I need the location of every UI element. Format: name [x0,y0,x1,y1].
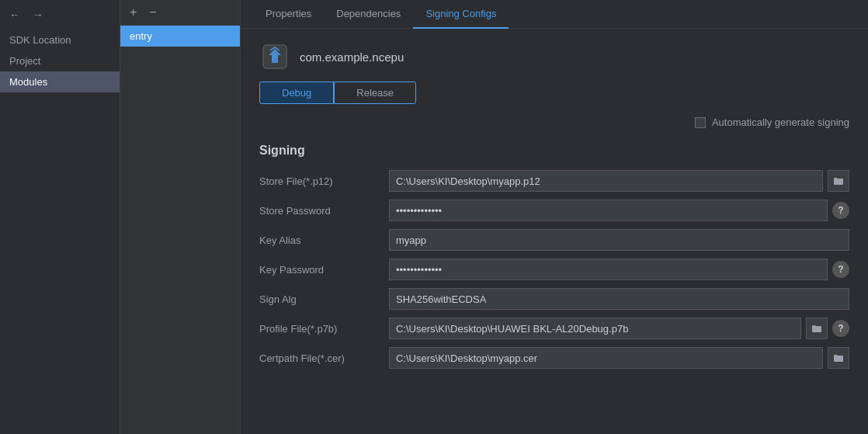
key-password-input-wrapper: ? [389,259,849,280]
app-name: com.example.ncepu [300,50,404,64]
key-password-help-button[interactable]: ? [832,261,849,278]
certpath-file-row: Certpath File(*.cer) [259,347,849,369]
svg-rect-3 [834,356,843,362]
sign-alg-input[interactable] [389,288,849,310]
release-toggle-button[interactable]: Release [334,82,416,104]
main-panel: Properties Dependencies Signing Configs … [241,0,868,434]
profile-file-row: Profile File(*.p7b) ? [259,318,849,339]
store-password-label: Store Password [259,205,380,217]
forward-button[interactable]: → [30,8,47,22]
store-password-input[interactable] [389,200,828,221]
tab-properties[interactable]: Properties [253,0,324,29]
key-alias-input[interactable] [389,229,849,251]
sign-alg-input-wrapper [389,288,849,310]
sidebar-item-project[interactable]: Project [0,50,120,71]
tree-toolbar: + − [120,0,240,26]
auto-sign-row: Automatically generate signing [241,116,868,137]
profile-file-label: Profile File(*.p7b) [259,323,380,335]
profile-file-help-button[interactable]: ? [832,320,849,337]
profile-file-input-wrapper: ? [389,318,849,339]
key-password-input[interactable] [389,259,828,280]
folder-icon [811,323,822,334]
store-file-browse-button[interactable] [828,170,849,192]
folder-icon [833,352,844,363]
tabs-bar: Properties Dependencies Signing Configs [241,0,868,29]
key-alias-input-wrapper [389,229,849,251]
tab-dependencies[interactable]: Dependencies [324,0,413,29]
folder-icon [833,175,844,186]
store-file-input-wrapper [389,170,849,192]
app-header: com.example.ncepu [241,29,868,82]
store-password-row: Store Password ? [259,200,849,221]
store-password-input-wrapper: ? [389,200,849,221]
profile-file-browse-button[interactable] [806,318,828,339]
back-button[interactable]: ← [6,8,23,22]
svg-rect-2 [812,326,821,332]
key-alias-label: Key Alias [259,234,380,246]
store-file-row: Store File(*.p12) [259,170,849,192]
config-toggle: Debug Release [241,82,868,116]
tab-signing-configs[interactable]: Signing Configs [413,0,509,29]
auto-sign-checkbox[interactable] [695,117,706,128]
svg-rect-1 [834,179,843,185]
profile-file-input[interactable] [389,318,801,339]
signing-section: Signing Store File(*.p12) Store Password… [241,137,868,377]
sidebar-item-modules[interactable]: Modules [0,71,120,92]
tree-panel: + − entry [120,0,241,434]
sign-alg-row: Sign Alg [259,288,849,310]
sidebar-item-sdk-location[interactable]: SDK Location [0,30,120,50]
certpath-file-input-wrapper [389,347,849,369]
certpath-file-label: Certpath File(*.cer) [259,352,380,364]
sign-alg-label: Sign Alg [259,293,380,305]
tree-item-entry[interactable]: entry [120,26,240,47]
auto-sign-label: Automatically generate signing [712,116,849,128]
certpath-file-input[interactable] [389,347,823,369]
app-icon [259,41,290,72]
key-password-label: Key Password [259,264,380,276]
sidebar: ← → SDK Location Project Modules [0,0,120,434]
key-alias-row: Key Alias [259,229,849,251]
certpath-file-browse-button[interactable] [828,347,849,369]
store-file-label: Store File(*.p12) [259,175,380,187]
debug-toggle-button[interactable]: Debug [259,82,334,104]
add-module-button[interactable]: + [127,5,140,20]
key-password-row: Key Password ? [259,259,849,280]
sidebar-nav-buttons: ← → [0,3,120,26]
store-file-input[interactable] [389,170,823,192]
sidebar-items: SDK Location Project Modules [0,26,120,92]
store-password-help-button[interactable]: ? [832,202,849,219]
signing-title: Signing [259,144,849,158]
remove-module-button[interactable]: − [146,5,159,20]
